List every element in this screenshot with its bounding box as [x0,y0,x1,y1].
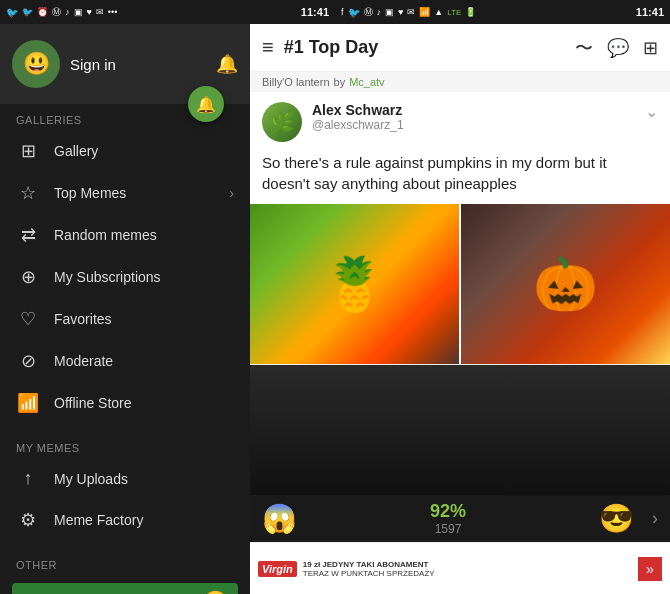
avatar-image: 🌿 [262,102,302,142]
sidebar-item-label-gallery: Gallery [54,143,98,159]
user-section[interactable]: 😃 Sign in [12,40,116,88]
drawer-footer: our web is cooler than ever, check it ou… [0,575,250,594]
status-icon-lte: LTE [447,8,461,17]
notification-fab-icon: 🔔 [196,95,216,114]
hamburger-menu-icon[interactable]: ≡ [262,36,274,59]
vote-info: 92% 1597 [307,501,589,536]
status-icon-mr: Ⓜ [364,6,373,19]
my-memes-section-label: My memes [0,432,250,458]
sign-in-label[interactable]: Sign in [70,56,116,73]
status-icon-fb: f [341,7,344,17]
status-time-right: 11:41 [636,6,664,18]
vote-arrow-icon[interactable]: › [652,508,658,529]
main-content-panel: ≡ #1 Top Day 〜 💬 ⊞ Billy'O lantern by Mc… [250,24,670,594]
ad-line2-right: TERAZ W PUNKTACH SPRZEDAŻY [303,569,632,578]
promo-banner[interactable]: our web is cooler than ever, check it ou… [12,583,238,594]
post-text: So there's a rule against pumpkins in my… [250,148,670,204]
sidebar-item-random-memes[interactable]: ⇄ Random memes [0,214,250,256]
post-username[interactable]: Mc_atv [349,76,384,88]
status-icon-heart2: ♥ [87,7,92,17]
second-post: 😱 92% 1597 😎 › [250,365,670,542]
notification-fab[interactable]: 🔔 [188,86,224,122]
status-icon-music: ♪ [65,7,70,17]
subscriptions-icon: ⊕ [16,266,40,288]
status-icon-battery: 🔋 [465,7,476,17]
status-icon-more: ••• [108,7,117,17]
status-icon-m: Ⓜ [52,6,61,19]
vote-percent: 92% [307,501,589,522]
page-title: #1 Top Day [284,37,565,58]
status-icon-wifi: ▲ [434,7,443,17]
post-image-2[interactable]: 🎃 [461,204,670,364]
heart-icon: ♡ [16,308,40,330]
vote-mascot-right-icon: 😎 [599,502,634,535]
upload-icon: ↑ [16,468,40,489]
sidebar-item-label-factory: Meme Factory [54,512,143,528]
moderate-icon: ⊘ [16,350,40,372]
status-icon-tw-r: 🐦 [348,7,360,18]
status-time-left: 11:41 [301,6,329,18]
status-icon-msg: ✉ [96,7,104,17]
factory-icon: ⚙ [16,509,40,531]
sidebar-item-label-subscriptions: My Subscriptions [54,269,161,285]
status-icon-msgr: ✉ [407,7,415,17]
other-section-label: Other [0,549,250,575]
gallery-icon: ⊞ [16,140,40,162]
sidebar-item-label-offline: Offline Store [54,395,132,411]
status-icon-signal: 📶 [419,7,430,17]
status-icon-twitter: 🐦 [6,7,18,18]
sidebar-item-meme-factory[interactable]: ⚙ Meme Factory [0,499,250,541]
status-icon-clock: ⏰ [37,7,48,17]
status-icon-boxr: ▣ [385,7,394,17]
vote-count: 1597 [307,522,589,536]
avatar: 😃 [12,40,60,88]
user-handle[interactable]: @alexschwarz_1 [312,118,635,132]
post-image-1[interactable]: 🍍 [250,204,459,364]
post-images: 🍍 🎃 [250,204,670,364]
offline-icon: 📶 [16,392,40,414]
trending-icon[interactable]: 〜 [575,36,593,60]
ad-line1-right: 19 zł JEDYNY TAKI ABONAMENT [303,560,632,569]
post-by-label: by [334,76,346,88]
sidebar-item-label-random: Random memes [54,227,157,243]
expand-icon[interactable]: ⌄ [645,102,658,121]
post-header: 🌿 Alex Schwarz @alexschwarz_1 ⌄ [250,92,670,148]
avatar: 🌿 [262,102,302,142]
post-category: Billy'O lantern [262,76,330,88]
header-actions: 〜 💬 ⊞ [575,36,658,60]
user-name[interactable]: Alex Schwarz [312,102,635,118]
ad-banner-right[interactable]: Virgin 19 zł JEDYNY TAKI ABONAMENT TERAZ… [250,542,670,594]
post-item: Billy'O lantern by Mc_atv 🌿 Alex Schwarz… [250,72,670,365]
random-icon: ⇄ [16,224,40,246]
comment-icon[interactable]: 💬 [607,37,629,59]
status-icon-t2: 🐦 [22,7,33,17]
vote-mascot-left-icon: 😱 [262,502,297,535]
dark-post-image[interactable] [250,365,670,495]
chevron-right-icon: › [229,185,234,201]
status-icon-heartr: ♥ [398,7,403,17]
grid-icon[interactable]: ⊞ [643,37,658,59]
status-icon-musicr: ♪ [377,7,382,17]
sidebar-item-moderate[interactable]: ⊘ Moderate [0,340,250,382]
sidebar-item-top-memes[interactable]: ☆ Top Memes › [0,172,250,214]
sidebar-item-label-favorites: Favorites [54,311,112,327]
sidebar-item-label-uploads: My Uploads [54,471,128,487]
virgin-logo-right: Virgin [258,561,297,577]
notification-bell-icon[interactable]: 🔔 [216,53,238,75]
promo-mascot-icon: 😜 [203,589,228,594]
post-author-bar: Billy'O lantern by Mc_atv [250,72,670,92]
status-icon-box: ▣ [74,7,83,17]
star-icon: ☆ [16,182,40,204]
sidebar-item-gallery[interactable]: ⊞ Gallery [0,130,250,172]
right-panel-header: ≡ #1 Top Day 〜 💬 ⊞ [250,24,670,72]
sidebar-item-subscriptions[interactable]: ⊕ My Subscriptions [0,256,250,298]
sidebar-item-my-uploads[interactable]: ↑ My Uploads [0,458,250,499]
sidebar-item-favorites[interactable]: ♡ Favorites [0,298,250,340]
user-info: Alex Schwarz @alexschwarz_1 [312,102,635,132]
sidebar-item-label-top-memes: Top Memes [54,185,126,201]
sidebar-item-label-moderate: Moderate [54,353,113,369]
vote-bar: 😱 92% 1597 😎 › [250,495,670,542]
ad-arrow-right-icon[interactable]: » [638,557,662,581]
sidebar-item-offline-store[interactable]: 📶 Offline Store [0,382,250,424]
